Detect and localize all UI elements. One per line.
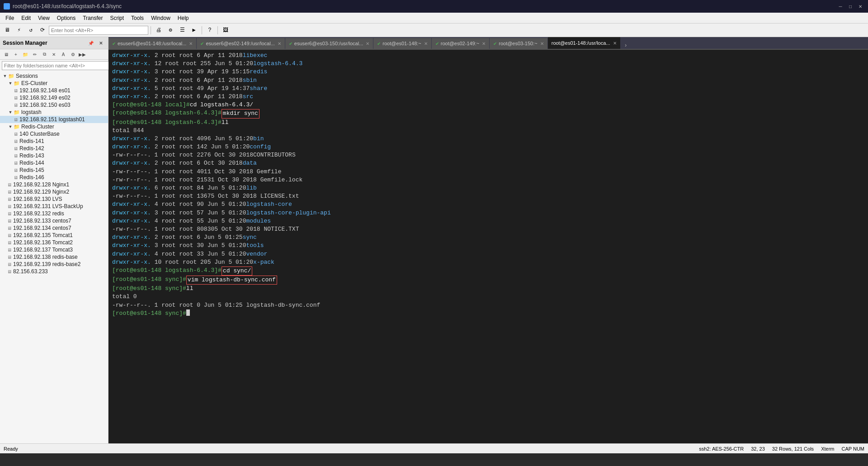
tree-tomcat1[interactable]: 🖥 192.168.92.135 Tomcat1 — [0, 232, 108, 239]
tree-es03[interactable]: 🖥 192.168.92.150 es03 — [0, 101, 108, 109]
tree-sessions-root[interactable]: ▼ 📁 Sessions — [0, 72, 108, 80]
tree-redis-base[interactable]: 🖥 192.168.92.138 redis-base — [0, 253, 108, 261]
sp-delete[interactable]: ✕ — [49, 50, 58, 58]
title-bar-buttons: ─ □ ✕ — [836, 2, 864, 10]
tree-centos133[interactable]: 🖥 192.168.92.133 centos7 — [0, 217, 108, 224]
sp-add[interactable]: + — [11, 50, 20, 58]
menu-edit[interactable]: Edit — [18, 14, 34, 22]
menu-file[interactable]: File — [2, 14, 18, 22]
sp-folder[interactable]: 📁 — [21, 50, 30, 58]
tree-logstash-group[interactable]: ▼ 📁 logstash — [0, 109, 108, 116]
close-button[interactable]: ✕ — [856, 2, 864, 10]
es-cluster-folder-icon: 📁 — [14, 81, 20, 86]
redis143-icon: 🖥 — [14, 153, 18, 158]
sp-rename[interactable]: A — [59, 50, 68, 58]
ls-sync: drwxr-xr-x. 2 root root 6 Jun 5 01:25 sy… — [112, 233, 864, 242]
menu-options[interactable]: Options — [53, 14, 79, 22]
tree-lvs-backup[interactable]: 🖥 192.168.92.131 LVS-BackUp — [0, 203, 108, 210]
sp-connect-all[interactable]: ▶▶ — [78, 50, 87, 58]
tab-es01-esuser[interactable]: ✔ esuser6@es01-148:/usr/local... ✕ — [108, 38, 197, 49]
tree-redis132[interactable]: 🖥 192.168.92.132 redis — [0, 210, 108, 217]
tree-redis-cluster[interactable]: ▼ 📁 Redis-Cluster — [0, 123, 108, 130]
tree-tomcat3[interactable]: 🖥 192.168.92.137 Tomcat3 — [0, 246, 108, 253]
cursor — [186, 309, 190, 316]
tab-es01-root-sync[interactable]: root@es01-148:/usr/loca... ✕ — [548, 37, 621, 49]
session-panel-pin[interactable]: 📌 — [86, 39, 95, 47]
tab-close-3[interactable]: ✕ — [366, 41, 369, 46]
tab-es01-root[interactable]: ✔ root@es01-148:~ ✕ — [373, 38, 431, 49]
session-filter-input[interactable] — [2, 61, 110, 70]
tab-es02-esuser[interactable]: ✔ esuser6@es02-149:/usr/local... ✕ — [197, 38, 285, 49]
menu-view[interactable]: View — [34, 14, 53, 22]
toolbar-options2[interactable]: ☰ — [177, 25, 188, 35]
menu-window[interactable]: Window — [147, 14, 174, 22]
tree-es01[interactable]: 🖥 192.168.92.148 es01 — [0, 87, 108, 94]
tab-label-4: root@es01-148:~ — [382, 41, 421, 46]
terminal-total: total 844 — [112, 127, 864, 135]
maximize-button[interactable]: □ — [846, 2, 854, 10]
redis145-icon: 🖥 — [14, 168, 18, 173]
tab-close-2[interactable]: ✕ — [278, 41, 281, 46]
tab-more[interactable]: › — [621, 43, 631, 49]
toolbar-settings[interactable]: ⚙ — [165, 25, 176, 35]
title-text: root@es01-148:/usr/local/logstash-6.4.3/… — [13, 3, 122, 10]
terminal-line-3: drwxr-xr-x. 3 root root 39 Apr 19 15:15 … — [112, 68, 864, 76]
tree-redis146[interactable]: 🖥 Redis-146 — [0, 174, 108, 181]
sp-copy[interactable]: ⧉ — [40, 50, 49, 58]
tree-nginx2[interactable]: 🖥 192.168.92.129 Nginx2 — [0, 188, 108, 195]
logstash01-label: 192.168.92.151 logstash01 — [19, 116, 85, 123]
minimize-button[interactable]: ─ — [836, 2, 844, 10]
tree-redis141[interactable]: 🖥 Redis-141 — [0, 138, 108, 145]
logstash-label: logstash — [21, 109, 42, 115]
tree-es02[interactable]: 🖥 192.168.92.149 es02 — [0, 94, 108, 101]
toolbar-help[interactable]: ? — [204, 25, 215, 35]
tab-label-7: root@es01-148:/usr/loca... — [552, 40, 610, 46]
tree-redis145[interactable]: 🖥 Redis-145 — [0, 166, 108, 174]
82-icon: 🖥 — [7, 269, 12, 274]
tree-redis144[interactable]: 🖥 Redis-144 — [0, 159, 108, 166]
tab-close-7[interactable]: ✕ — [613, 41, 617, 46]
terminal-line-2: drwxr-xr-x. 12 root root 255 Jun 5 01:20… — [112, 60, 864, 68]
tree-140[interactable]: 🖥 140 ClusterBase — [0, 130, 108, 138]
tab-close-6[interactable]: ✕ — [540, 41, 544, 46]
sp-props[interactable]: ⚙ — [68, 50, 77, 58]
tree-lvs[interactable]: 🖥 192.168.92.130 LVS — [0, 195, 108, 203]
lvs-backup-icon: 🖥 — [7, 204, 12, 209]
terminal-line-6: drwxr-xr-x. 2 root root 6 Apr 11 2018 sr… — [112, 93, 864, 101]
tree-82[interactable]: 🖥 82.156.63.233 — [0, 268, 108, 275]
tree-nginx1[interactable]: 🖥 192.168.92.128 Nginx1 — [0, 181, 108, 188]
menu-tools[interactable]: Tools — [127, 14, 147, 22]
sp-new[interactable]: 🖥 — [2, 50, 11, 58]
tab-close-1[interactable]: ✕ — [189, 41, 193, 46]
tab-close-5[interactable]: ✕ — [482, 41, 486, 46]
toolbar-print[interactable]: 🖨 — [153, 25, 164, 35]
ls-data: drwxr-xr-x. 2 root root 6 Oct 30 2018 da… — [112, 159, 864, 167]
toolbar-script[interactable]: ▶ — [189, 25, 199, 35]
toolbar-new[interactable]: 🖥 — [2, 25, 13, 35]
toolbar-bolt[interactable]: ⚡ — [14, 25, 24, 35]
tab-es03-esuser[interactable]: ✔ esuser6@es03-150:/usr/local... ✕ — [285, 38, 373, 49]
session-panel-close[interactable]: ✕ — [96, 39, 105, 47]
sp-edit[interactable]: ✏ — [30, 50, 39, 58]
tab-es02-root[interactable]: ✔ root@es02-149:~ ✕ — [432, 38, 490, 49]
menu-transfer[interactable]: Transfer — [79, 14, 106, 22]
tree-tomcat2[interactable]: 🖥 192.168.92.136 Tomcat2 — [0, 239, 108, 246]
host-input[interactable] — [49, 26, 148, 35]
menu-script[interactable]: Script — [106, 14, 127, 22]
tab-close-4[interactable]: ✕ — [424, 41, 428, 46]
terminal-area[interactable]: drwxr-xr-x. 2 root root 6 Apr 11 2018 li… — [108, 50, 868, 443]
toolbar-history[interactable]: ⟳ — [37, 25, 48, 35]
toolbar-reload[interactable]: ↺ — [25, 25, 36, 35]
tree-es-cluster[interactable]: ▼ 📁 ES-Cluster — [0, 80, 108, 87]
tab-es03-root[interactable]: ✔ root@es03-150:~ ✕ — [490, 38, 547, 49]
tree-logstash01[interactable]: 🖥 192.168.92.151 logstash01 — [0, 116, 108, 123]
tree-redis142[interactable]: 🖥 Redis-142 — [0, 145, 108, 152]
toolbar-image[interactable]: 🖼 — [220, 25, 231, 35]
tree-redis143[interactable]: 🖥 Redis-143 — [0, 152, 108, 159]
tree-centos134[interactable]: 🖥 192.168.92.134 centos7 — [0, 224, 108, 232]
terminal-prompt-cd: [root@es01-148 local]# cd logstash-6.4.3… — [112, 101, 864, 109]
tree-redis-base2[interactable]: 🖥 192.168.92.139 redis-base2 — [0, 261, 108, 268]
centos133-label: 192.168.92.133 centos7 — [13, 218, 71, 224]
menu-help[interactable]: Help — [174, 14, 193, 22]
status-xterm: Xterm — [821, 446, 834, 452]
